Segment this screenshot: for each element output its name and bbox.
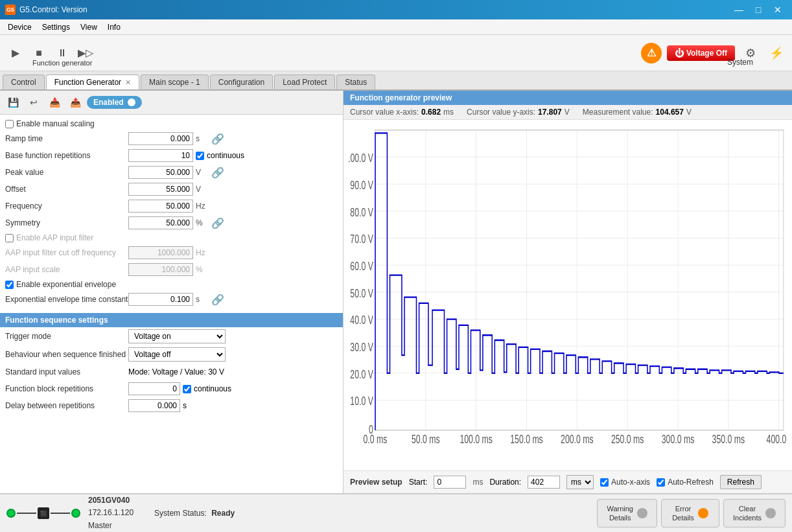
behaviour-select[interactable]: Voltage off Hold last value: [128, 347, 226, 362]
ramp-time-input[interactable]: [128, 132, 193, 145]
exp-envelope-unit: s: [196, 295, 209, 304]
menu-view[interactable]: View: [75, 21, 102, 33]
title-bar-controls[interactable]: — □ ✕: [730, 3, 787, 16]
menu-settings[interactable]: Settings: [37, 21, 75, 33]
base-repetitions-input-wrap: continuous: [128, 149, 338, 162]
maximize-button[interactable]: □: [749, 3, 767, 16]
voltage-off-button[interactable]: ⏻ Voltage Off: [667, 45, 735, 61]
enabled-toggle[interactable]: Enabled: [87, 96, 142, 109]
device-indicator: ⬛: [6, 507, 80, 519]
aap-cutoff-input-wrap: Hz: [128, 246, 338, 259]
toggle-dot: [128, 98, 135, 106]
title-bar-left: G5 G5.Control: Version: [5, 5, 87, 15]
delay-repetitions-input[interactable]: [128, 399, 180, 412]
cursor-bar: Cursor value x-axis: 0.682 ms Cursor val…: [344, 105, 792, 120]
offset-input[interactable]: [128, 183, 193, 196]
symmetry-link[interactable]: 🔗: [211, 217, 224, 229]
device-role: Master: [88, 520, 134, 532]
exp-envelope-link[interactable]: 🔗: [211, 294, 224, 306]
tab-configuration[interactable]: Configuration: [210, 75, 273, 89]
function-block-rep-input[interactable]: [128, 382, 180, 395]
symmetry-input[interactable]: [128, 216, 193, 229]
tab-load-protect[interactable]: Load Protect: [274, 75, 335, 89]
svg-text:100.0 ms: 100.0 ms: [460, 433, 493, 446]
ramp-time-unit: s: [196, 134, 209, 143]
tab-function-generator-close[interactable]: ✕: [125, 78, 131, 87]
panel-undo-btn[interactable]: ↩: [25, 93, 43, 111]
peak-value-unit: V: [196, 168, 209, 177]
svg-text:50.0 ms: 50.0 ms: [412, 433, 440, 446]
duration-label: Duration:: [489, 478, 521, 487]
flash-button[interactable]: ⚡: [766, 43, 787, 64]
tab-function-generator[interactable]: Function Generator ✕: [46, 75, 139, 89]
warning-details-row: WarningDetails: [607, 504, 647, 523]
exp-envelope-input[interactable]: [128, 293, 193, 306]
standard-input-row: Standard input values Mode: Voltage / Va…: [0, 364, 343, 380]
ramp-time-link[interactable]: 🔗: [211, 133, 224, 145]
symmetry-label: Symmetry: [5, 218, 128, 227]
base-repetitions-input[interactable]: [128, 149, 193, 162]
right-panel: Function generator preview Cursor value …: [344, 91, 792, 493]
auto-xaxis-checkbox[interactable]: [600, 478, 609, 487]
trigger-mode-select[interactable]: Voltage on Manual: [128, 329, 226, 343]
error-details-label: ErrorDetails: [672, 504, 694, 523]
function-block-rep-label: Function block repetitions: [5, 384, 128, 393]
indicator-dot-right: [71, 509, 80, 518]
status-buttons: WarningDetails ErrorDetails ClearInciden…: [597, 499, 786, 527]
minimize-button[interactable]: —: [730, 3, 748, 16]
menu-device[interactable]: Device: [3, 21, 37, 33]
clear-incidents-button[interactable]: ClearIncidents: [723, 499, 786, 527]
svg-text:70.0 V: 70.0 V: [350, 233, 373, 246]
base-repetitions-row: Base function repetitions continuous: [5, 147, 338, 164]
base-repetitions-continuous-checkbox[interactable]: [196, 152, 204, 160]
frequency-input[interactable]: [128, 200, 193, 213]
peak-value-input[interactable]: [128, 166, 193, 179]
delay-repetitions-row: Delay between repetitions s: [0, 397, 343, 414]
duration-unit-select[interactable]: ms s: [566, 475, 594, 489]
svg-text:200.0 ms: 200.0 ms: [561, 433, 594, 446]
toolbar-function-generator-label: Function generator: [32, 59, 92, 67]
auto-refresh-checkbox[interactable]: [657, 478, 665, 487]
enable-exp-envelope-checkbox[interactable]: [5, 281, 14, 289]
warning-dot: [637, 508, 647, 518]
preview-setup: Preview setup Start: ms Duration: ms s A…: [344, 470, 792, 493]
start-input[interactable]: [434, 476, 466, 489]
panel-import-btn[interactable]: 📥: [45, 93, 64, 111]
title-bar: G5 G5.Control: Version — □ ✕: [0, 0, 792, 19]
refresh-button[interactable]: Refresh: [720, 475, 762, 489]
system-status-value: Ready: [211, 509, 235, 518]
enable-aap-checkbox[interactable]: [5, 234, 14, 242]
error-details-row: ErrorDetails: [672, 504, 708, 523]
aap-cutoff-input[interactable]: [128, 246, 193, 259]
panel-export-btn[interactable]: 📤: [66, 93, 84, 111]
peak-value-link[interactable]: 🔗: [211, 167, 224, 179]
enable-manual-scaling-checkbox[interactable]: [5, 120, 14, 128]
ramp-time-input-wrap: s 🔗: [128, 132, 338, 145]
duration-input[interactable]: [528, 476, 560, 489]
chart-area[interactable]: 0 10.0 V 20.0 V 30.0 V 40.0 V 50.0 V 60.…: [344, 120, 792, 470]
tab-control[interactable]: Control: [3, 75, 45, 89]
ramp-time-row: Ramp time s 🔗: [5, 130, 338, 147]
tab-main-scope[interactable]: Main scope - 1: [141, 75, 209, 89]
tab-status[interactable]: Status: [336, 75, 375, 89]
cursor-x-item: Cursor value x-axis: 0.682 ms: [350, 108, 454, 117]
aap-scale-input[interactable]: [128, 263, 193, 276]
form-section: Enable manual scaling Ramp time s 🔗 Base…: [0, 115, 343, 310]
error-details-button[interactable]: ErrorDetails: [661, 499, 719, 527]
panel-save-btn[interactable]: 💾: [4, 93, 22, 111]
menu-info[interactable]: Info: [102, 21, 126, 33]
close-button[interactable]: ✕: [769, 3, 787, 16]
toolbar-right: ⚠ ⏻ Voltage Off ⚙ ⚡: [641, 43, 787, 64]
aap-cutoff-label: AAP input filter cut off frequency: [5, 248, 128, 257]
play-button[interactable]: ▶: [5, 43, 26, 64]
svg-text:150.0 ms: 150.0 ms: [510, 433, 543, 446]
warning-details-button[interactable]: WarningDetails: [597, 499, 657, 527]
toolbar: ▶ ■ ⏸ ▶▷ Function generator ⚠ ⏻ Voltage …: [0, 35, 792, 71]
sequence-section-header: Function sequence settings: [0, 313, 343, 327]
clear-dot: [765, 508, 776, 518]
warning-icon[interactable]: ⚠: [641, 43, 662, 64]
chart-svg: 0 10.0 V 20.0 V 30.0 V 40.0 V 50.0 V 60.…: [349, 125, 787, 465]
peak-value-input-wrap: V 🔗: [128, 166, 338, 179]
function-block-continuous-checkbox[interactable]: [183, 385, 191, 393]
enable-aap-row: Enable AAP input filter: [5, 231, 338, 244]
